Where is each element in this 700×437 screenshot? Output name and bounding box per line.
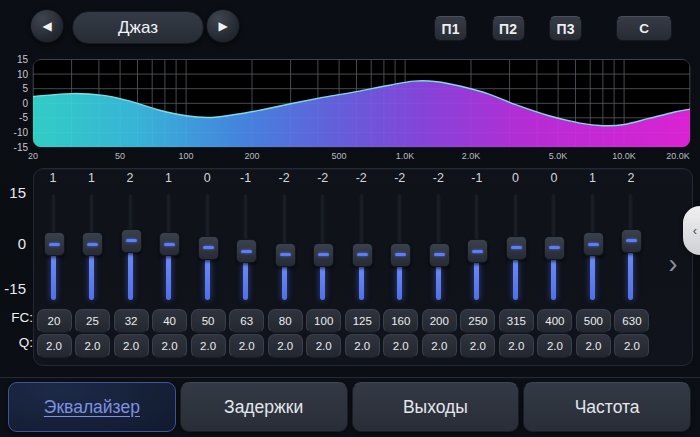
slider-thumb[interactable] xyxy=(275,243,296,267)
band-q-value[interactable]: 2.0 xyxy=(537,334,572,358)
band-fc-value[interactable]: 32 xyxy=(114,309,149,333)
tab-delays[interactable]: Задержки xyxy=(180,382,348,432)
bottom-tab-bar: ЭквалайзерЗадержкиВыходыЧастота xyxy=(8,382,691,432)
band-q-value[interactable]: 2.0 xyxy=(229,334,264,358)
band-fc-value[interactable]: 200 xyxy=(422,309,457,333)
band-fc-value[interactable]: 160 xyxy=(383,309,418,333)
slider-fill xyxy=(89,251,94,300)
slider-thumb[interactable] xyxy=(313,243,334,267)
band-q-value[interactable]: 2.0 xyxy=(306,334,341,358)
band-fc-value[interactable]: 125 xyxy=(345,309,380,333)
band-fc-value[interactable]: 315 xyxy=(499,309,534,333)
preset-name[interactable]: Джаз xyxy=(72,11,204,44)
db-scale-label: -15 xyxy=(0,281,26,297)
band-q-value[interactable]: 2.0 xyxy=(576,334,611,358)
slider-thumb-line xyxy=(87,243,98,246)
band-q-value[interactable]: 2.0 xyxy=(499,334,534,358)
slider-thumb-line xyxy=(549,246,560,249)
chevron-left-icon: ‹ xyxy=(693,223,697,238)
reset-button[interactable]: C xyxy=(616,16,672,41)
slider-fill xyxy=(282,262,287,301)
slider-thumb-line xyxy=(511,246,522,249)
band-gain-value: 2 xyxy=(612,171,650,186)
band-q-value[interactable]: 2.0 xyxy=(268,334,303,358)
band-gain-value: 0 xyxy=(496,171,534,186)
slider-fill xyxy=(128,248,133,301)
band-fc-value[interactable]: 63 xyxy=(229,309,264,333)
slider-thumb-line xyxy=(472,250,483,253)
band-q-value[interactable]: 2.0 xyxy=(75,334,110,358)
band-fc-value[interactable]: 80 xyxy=(268,309,303,333)
band-q-value[interactable]: 2.0 xyxy=(614,334,649,358)
x-tick-label: 1.0K xyxy=(396,151,415,161)
band-fc-value[interactable]: 630 xyxy=(614,309,649,333)
band-fc-value[interactable]: 25 xyxy=(75,309,110,333)
band-gain-value: -2 xyxy=(419,171,457,186)
x-tick-label: 20.0K xyxy=(666,151,690,161)
band-q-value[interactable]: 2.0 xyxy=(37,334,72,358)
slider-thumb[interactable] xyxy=(621,229,642,253)
band-gain-value: -1 xyxy=(227,171,265,186)
band-q-value[interactable]: 2.0 xyxy=(422,334,457,358)
db-scale-label: 0 xyxy=(0,236,26,252)
band-q-value[interactable]: 2.0 xyxy=(191,334,226,358)
slider-thumb[interactable] xyxy=(121,229,142,253)
slider-thumb[interactable] xyxy=(82,232,103,256)
slider-thumb[interactable] xyxy=(506,236,527,260)
more-bands-chevron[interactable]: › xyxy=(663,249,683,279)
y-tick-label: 5 xyxy=(22,83,28,94)
slider-fill xyxy=(205,255,210,301)
slider-fill xyxy=(359,262,364,301)
x-tick-label: 500 xyxy=(332,151,347,161)
band-fc-value[interactable]: 40 xyxy=(152,309,187,333)
slider-fill xyxy=(590,251,595,300)
slider-thumb-line xyxy=(395,253,406,256)
band-fc-value[interactable]: 50 xyxy=(191,309,226,333)
band-fc-value[interactable]: 100 xyxy=(306,309,341,333)
side-panel-pull-tab[interactable]: ‹ xyxy=(683,206,700,255)
memory-button-preset-slot-3[interactable]: П3 xyxy=(549,16,582,41)
preset-prev-button[interactable]: ◀ xyxy=(30,9,64,43)
x-tick-label: 5.0K xyxy=(549,151,568,161)
slider-thumb[interactable] xyxy=(198,236,219,260)
slider-thumb[interactable] xyxy=(583,232,604,256)
slider-thumb[interactable] xyxy=(429,243,450,267)
slider-thumb[interactable] xyxy=(467,239,488,263)
tab-outputs[interactable]: Выходы xyxy=(352,382,520,432)
slider-fill xyxy=(51,251,56,300)
equalizer-screen: ◀ Джаз ▶ П1П2П3 C 151050-5-10-1520501002… xyxy=(0,0,700,437)
preset-next-button[interactable]: ▶ xyxy=(206,9,240,43)
slider-thumb[interactable] xyxy=(544,236,565,260)
band-fc-value[interactable]: 500 xyxy=(576,309,611,333)
slider-thumb[interactable] xyxy=(352,243,373,267)
band-gain-value: -2 xyxy=(304,171,342,186)
slider-fill xyxy=(320,262,325,301)
slider-thumb[interactable] xyxy=(390,243,411,267)
slider-fill xyxy=(436,262,441,301)
band-q-value[interactable]: 2.0 xyxy=(114,334,149,358)
slider-thumb-line xyxy=(588,243,599,246)
band-gain-value: 2 xyxy=(111,171,149,186)
slider-thumb[interactable] xyxy=(236,239,257,263)
band-fc-value[interactable]: 400 xyxy=(537,309,572,333)
slider-thumb-line xyxy=(280,253,291,256)
tab-frequency[interactable]: Частота xyxy=(523,382,691,432)
y-tick-label: -15 xyxy=(14,142,29,153)
band-fc-value[interactable]: 250 xyxy=(460,309,495,333)
band-q-value[interactable]: 2.0 xyxy=(345,334,380,358)
band-gain-value: 1 xyxy=(73,171,111,186)
x-tick-label: 100 xyxy=(179,151,194,161)
slider-thumb-line xyxy=(357,253,368,256)
band-gain-value: -1 xyxy=(458,171,496,186)
memory-button-preset-slot-1[interactable]: П1 xyxy=(434,16,467,41)
band-q-value[interactable]: 2.0 xyxy=(383,334,418,358)
band-q-value[interactable]: 2.0 xyxy=(152,334,187,358)
band-fc-value[interactable]: 20 xyxy=(37,309,72,333)
y-tick-label: 15 xyxy=(17,55,29,65)
band-q-value[interactable]: 2.0 xyxy=(460,334,495,358)
memory-button-preset-slot-2[interactable]: П2 xyxy=(492,16,525,41)
slider-fill xyxy=(243,258,248,300)
tab-equalizer[interactable]: Эквалайзер xyxy=(8,382,176,432)
slider-thumb[interactable] xyxy=(159,232,180,256)
slider-thumb[interactable] xyxy=(44,232,65,256)
